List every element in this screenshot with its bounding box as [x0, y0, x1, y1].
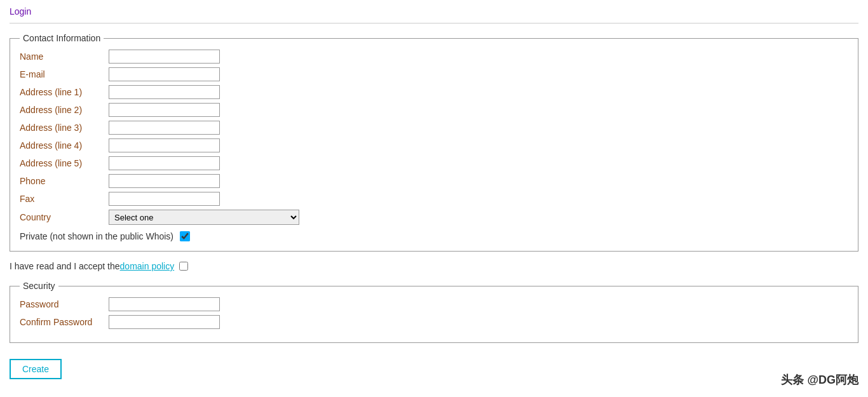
security-legend: Security	[20, 281, 58, 291]
address2-input-row: Address (line 2)	[20, 103, 848, 117]
create-button[interactable]: Create	[10, 359, 62, 379]
address5-input[interactable]	[109, 156, 220, 170]
phone-input-row: Phone	[20, 174, 848, 188]
address1-input-row: Address (line 1)	[20, 85, 848, 99]
address4-input[interactable]	[109, 138, 220, 152]
contact-legend: Contact Information	[20, 33, 104, 43]
fax-input[interactable]	[109, 192, 220, 206]
login-link[interactable]: Login	[10, 6, 31, 17]
private-checkbox[interactable]	[180, 231, 190, 241]
password-input-row: Password	[20, 297, 848, 311]
watermark: 头条 @DG阿炮	[781, 372, 858, 386]
private-label: Private (not shown in the public Whois)	[20, 231, 173, 241]
policy-checkbox[interactable]	[179, 262, 188, 271]
address4-input-label: Address (line 4)	[20, 140, 109, 151]
address3-input-label: Address (line 3)	[20, 123, 109, 133]
fax-input-row: Fax	[20, 192, 848, 206]
confirm-password-input-label: Confirm Password	[20, 317, 109, 327]
name-input-row: Name	[20, 50, 848, 64]
phone-input-label: Phone	[20, 176, 109, 186]
confirm-password-input[interactable]	[109, 315, 220, 329]
confirm-password-input-row: Confirm Password	[20, 315, 848, 329]
policy-row: I have read and I accept the domain poli…	[10, 261, 858, 271]
address1-input[interactable]	[109, 85, 220, 99]
address2-input[interactable]	[109, 103, 220, 117]
address3-input[interactable]	[109, 121, 220, 135]
email-input[interactable]	[109, 67, 220, 81]
password-input-label: Password	[20, 299, 109, 309]
country-label: Country	[20, 212, 109, 222]
domain-policy-link[interactable]: domain policy	[120, 261, 175, 271]
private-row: Private (not shown in the public Whois)	[20, 231, 848, 241]
phone-input[interactable]	[109, 174, 220, 188]
country-select[interactable]: Select one	[109, 210, 299, 225]
fax-input-label: Fax	[20, 194, 109, 204]
email-input-row: E-mail	[20, 67, 848, 81]
name-input-label: Name	[20, 51, 109, 62]
address5-input-row: Address (line 5)	[20, 156, 848, 170]
address5-input-label: Address (line 5)	[20, 158, 109, 168]
address4-input-row: Address (line 4)	[20, 138, 848, 152]
address1-input-label: Address (line 1)	[20, 87, 109, 97]
address2-input-label: Address (line 2)	[20, 105, 109, 115]
policy-text-before: I have read and I accept the	[10, 261, 120, 271]
security-fieldset: Security PasswordConfirm Password	[10, 281, 858, 343]
password-input[interactable]	[109, 297, 220, 311]
address3-input-row: Address (line 3)	[20, 121, 848, 135]
contact-fieldset: Contact Information NameE-mailAddress (l…	[10, 33, 858, 252]
country-row: Country Select one	[20, 210, 848, 225]
top-divider	[10, 23, 858, 24]
email-input-label: E-mail	[20, 69, 109, 79]
name-input[interactable]	[109, 50, 220, 64]
